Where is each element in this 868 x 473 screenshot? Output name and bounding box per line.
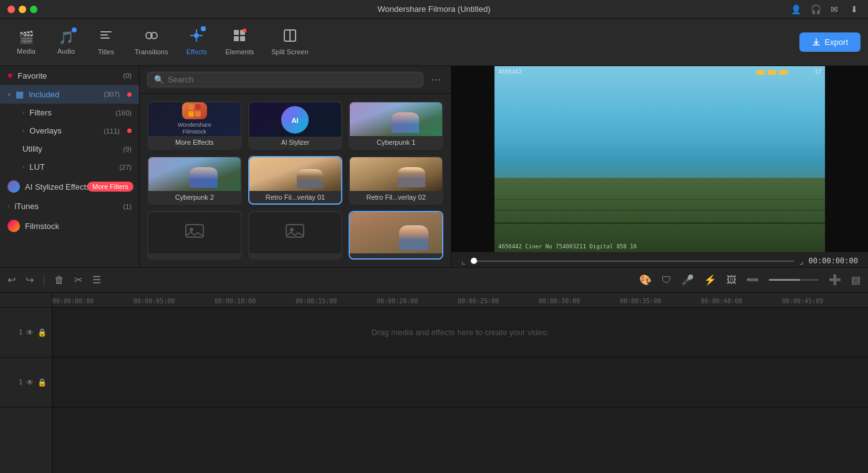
timeline-tracks: 00:00:00:00 00:00:05:00 00:00:10:00 00:0… xyxy=(52,293,868,473)
effect-card-cyberpunk1[interactable]: Cyberpunk 1 xyxy=(349,101,443,150)
delete-button[interactable]: 🗑 xyxy=(54,275,64,286)
track-1-num: 1 xyxy=(19,329,22,336)
mark-out-button[interactable]: ⌟ xyxy=(799,256,804,266)
sidebar-item-lut[interactable]: › LUT (27) xyxy=(0,158,139,176)
scrubber-handle[interactable] xyxy=(471,258,477,264)
effect-card-retro1[interactable]: Retro Fil...verlay 01 xyxy=(248,156,343,205)
ruler-mark-0: 00:00:00:00 xyxy=(52,298,94,305)
toolbar-item-effects[interactable]: Effects xyxy=(178,25,215,59)
toolbar-item-split-screen[interactable]: Split Screen xyxy=(264,25,316,59)
wondershare-text: WondershareFilmstock xyxy=(178,122,211,136)
effect-card-cyberpunk2[interactable]: Cyberpunk 2 xyxy=(147,156,242,205)
toolbar-item-media[interactable]: 🎬 Media xyxy=(7,26,45,59)
maximize-button[interactable] xyxy=(30,6,37,13)
svg-point-26 xyxy=(290,228,294,232)
minimize-button[interactable] xyxy=(19,6,26,13)
grid-view-toggle[interactable]: ⋯ xyxy=(428,71,443,88)
mail-icon[interactable]: ✉ xyxy=(831,4,841,14)
lock-icon-2[interactable]: 🔒 xyxy=(37,378,47,387)
close-button[interactable] xyxy=(7,6,15,13)
effect-card-more-filters[interactable]: AI AI Stylizer xyxy=(248,101,343,150)
chevron-right-icon-3: › xyxy=(22,163,24,170)
toolbar-item-elements[interactable]: Elements xyxy=(218,25,261,59)
timeline-section: ↩ ↪ 🗑 ✂ ☰ 🎨 🛡 🎤 ⚡ 🖼 ➖ ➕ ▤ 1 xyxy=(0,267,868,473)
zoom-out-icon[interactable]: ➖ xyxy=(746,274,759,286)
ai-tool-icon[interactable]: ⚡ xyxy=(704,274,716,286)
playback-bar: ⌞ ⌟ 00:00:00:00 📷 ⛶ ⏮ ⏯ ▶ xyxy=(451,252,868,267)
video-overlay-num-right: 17 xyxy=(814,69,821,75)
svg-rect-1 xyxy=(100,34,108,36)
effect-card-placeholder1[interactable] xyxy=(147,211,242,260)
color-wheel-icon[interactable]: 🎨 xyxy=(639,274,652,286)
chevron-right-icon-2: › xyxy=(22,127,24,134)
drag-area[interactable]: Drag media and effects here to create yo… xyxy=(57,328,863,337)
placeholder-icon xyxy=(183,220,206,246)
effect-card-retro2[interactable]: Retro Fil...verlay 02 xyxy=(349,156,443,205)
thumbnail-icon[interactable]: 🖼 xyxy=(726,275,736,286)
svg-rect-20 xyxy=(195,111,201,117)
zoom-in-icon[interactable]: ➕ xyxy=(829,274,841,286)
ai-icon xyxy=(7,180,20,193)
scrubber-track[interactable] xyxy=(471,260,794,262)
lock-icon[interactable]: 🔒 xyxy=(37,328,47,337)
sidebar-item-included[interactable]: ▾ ▦ Included (307) xyxy=(0,85,139,104)
search-input[interactable] xyxy=(168,75,417,84)
svg-point-5 xyxy=(194,33,199,38)
mark-in-button[interactable]: ⌞ xyxy=(461,256,466,266)
sidebar-item-filmstock[interactable]: Filmstock xyxy=(0,215,139,236)
eye-icon-2[interactable]: 👁 xyxy=(26,378,34,387)
undo-button[interactable]: ↩ xyxy=(7,274,16,286)
svg-rect-12 xyxy=(234,36,239,41)
cut-button[interactable]: ✂ xyxy=(74,274,82,286)
timeline-scrubber: ⌞ ⌟ 00:00:00:00 xyxy=(461,256,858,266)
media-icon: 🎬 xyxy=(19,30,34,45)
search-container: 🔍 xyxy=(147,72,423,87)
sidebar-item-ai-stylized[interactable]: AI Stylized Effects More Filters xyxy=(0,176,139,197)
headset-icon[interactable]: 🎧 xyxy=(811,4,821,14)
more-options-button[interactable]: ☰ xyxy=(92,274,101,286)
audio-icon: 🎵 xyxy=(59,30,74,45)
download-icon[interactable]: ⬇ xyxy=(851,4,861,14)
timeline-ruler: 00:00:00:00 00:00:05:00 00:00:10:00 00:0… xyxy=(52,293,868,308)
redo-button[interactable]: ↪ xyxy=(26,274,34,286)
effect-label: More Effects xyxy=(148,136,241,149)
sidebar-item-itunes[interactable]: › iTunes (1) xyxy=(0,197,139,215)
audio-icon-2[interactable]: 🎤 xyxy=(682,274,694,286)
ruler-mark-5: 00:00:25:00 xyxy=(458,298,499,305)
titlebar-icons: 👤 🎧 ✉ ⬇ xyxy=(791,4,861,14)
left-sidebar: ♥ Favorite (0) ▾ ▦ Included (307) › Filt… xyxy=(0,66,140,267)
track-2-num: 1 xyxy=(19,379,22,386)
sidebar-item-utility[interactable]: Utility (9) xyxy=(0,140,139,158)
eye-icon[interactable]: 👁 xyxy=(26,328,34,337)
effects-search-bar: 🔍 ⋯ xyxy=(140,66,451,94)
time-display: 00:00:00:00 xyxy=(809,256,858,265)
sidebar-item-filters[interactable]: › Filters (160) xyxy=(0,104,139,122)
sidebar-item-overlays[interactable]: › Overlays (111) xyxy=(0,122,139,140)
svg-rect-17 xyxy=(188,104,194,110)
titlebar: Wondershare Filmora (Untitled) 👤 🎧 ✉ ⬇ xyxy=(0,0,868,19)
effect-card-placeholder2[interactable] xyxy=(248,211,343,260)
mask-icon[interactable]: 🛡 xyxy=(662,275,672,286)
effect-card-more-effects[interactable]: WondershareFilmstock More Effects xyxy=(147,101,242,150)
effects-panel: 🔍 ⋯ WondershareFilmstock More Effects xyxy=(140,66,451,267)
timeline-options-icon[interactable]: ▤ xyxy=(851,274,861,286)
filmstock-icon xyxy=(7,220,20,232)
export-button[interactable]: Export xyxy=(799,32,861,52)
heart-icon: ♥ xyxy=(7,71,12,80)
audio-badge xyxy=(72,27,77,32)
transitions-icon xyxy=(145,29,158,46)
toolbar-separator xyxy=(44,274,44,286)
effect-label: Retro Fil...verlay 01 xyxy=(249,191,342,203)
zoom-slider[interactable] xyxy=(769,279,819,281)
export-icon xyxy=(812,38,821,47)
toolbar-item-audio[interactable]: 🎵 Audio xyxy=(47,26,85,59)
titles-icon xyxy=(99,29,113,46)
sidebar-item-favorite[interactable]: ♥ Favorite (0) xyxy=(0,66,139,85)
effect-card-selected-scene[interactable] xyxy=(349,211,443,260)
toolbar-item-transitions[interactable]: Transitions xyxy=(127,25,175,59)
toolbar-item-titles[interactable]: Titles xyxy=(87,25,125,59)
account-icon[interactable]: 👤 xyxy=(791,4,801,14)
window-title: Wondershare Filmora (Untitled) xyxy=(377,4,490,14)
svg-rect-19 xyxy=(188,111,194,117)
video-preview: 4656442 17 4656442 Ciner No 754003211 Di… xyxy=(451,66,868,252)
